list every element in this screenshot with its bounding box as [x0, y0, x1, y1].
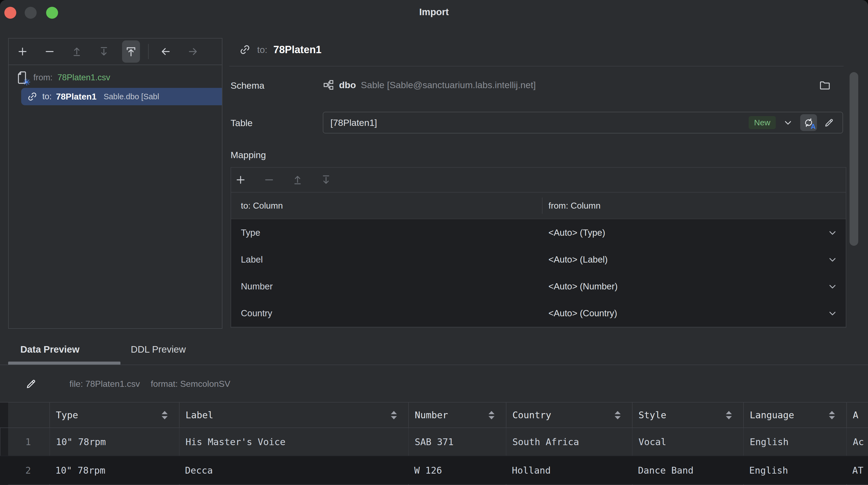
- file-name-text: file: 78Platen1.csv: [69, 379, 140, 389]
- pencil-icon[interactable]: [824, 117, 835, 128]
- mapping-row: Label <Auto> (Label): [231, 246, 846, 273]
- add-icon[interactable]: [16, 45, 29, 58]
- forward-icon[interactable]: [187, 45, 199, 58]
- file-info-bar: file: 78Platen1.csv format: SemcolonSV: [25, 377, 230, 390]
- mapping-toolbar: [231, 168, 846, 192]
- table-cell[interactable]: Vocal: [632, 428, 743, 456]
- mapping-header-from: from: Column: [542, 201, 600, 211]
- new-badge: New: [749, 116, 776, 129]
- mapping-from-select[interactable]: <Auto> (Number): [542, 281, 827, 292]
- tree-item-from-csv[interactable]: ✳ from: 78Platen1.csv: [9, 69, 222, 86]
- table-cell[interactable]: Decca: [179, 456, 408, 484]
- table-cell[interactable]: W 126: [408, 456, 506, 484]
- mapping-to-column[interactable]: Number: [231, 281, 542, 292]
- back-icon[interactable]: [159, 45, 172, 58]
- tree-item-to-table[interactable]: to: 78Platen1 Sable.dbo [Sabl: [21, 88, 222, 105]
- sort-icon[interactable]: [726, 411, 732, 419]
- table-cell[interactable]: 10" 78rpm: [50, 428, 179, 456]
- schema-value[interactable]: dbo Sable [Sable@sanctuarium.labs.intell…: [323, 79, 536, 91]
- csv-file-icon: ✳: [16, 70, 29, 85]
- table-name-value: [78Platen1]: [330, 117, 749, 128]
- tree-from-prefix: from:: [33, 73, 53, 83]
- table-cell[interactable]: Ac: [846, 428, 868, 456]
- table-cell[interactable]: English: [743, 456, 846, 484]
- move-up-icon[interactable]: [291, 174, 304, 186]
- tree-from-name: 78Platen1.csv: [58, 73, 111, 83]
- sort-icon[interactable]: [489, 411, 495, 419]
- table-cell[interactable]: His Master's Voice: [179, 428, 408, 456]
- tab-ddl-preview[interactable]: DDL Preview: [131, 344, 186, 355]
- mapping-panel: to: Column from: Column Type <Auto> (Typ…: [230, 167, 846, 328]
- sync-rename-icon[interactable]: A: [800, 114, 817, 131]
- mapping-row: Type <Auto> (Type): [231, 219, 846, 246]
- table-row: 1 10" 78rpm His Master's Voice SAB 371 S…: [0, 428, 868, 456]
- column-header[interactable]: Number: [408, 402, 506, 427]
- mapping-header: to: Column from: Column: [231, 192, 846, 219]
- column-header[interactable]: A: [846, 402, 868, 427]
- table-cell[interactable]: Holland: [506, 456, 632, 484]
- mapping-to-column[interactable]: Type: [231, 228, 542, 238]
- mapping-row: Number <Auto> (Number): [231, 273, 846, 300]
- sort-icon[interactable]: [162, 411, 167, 419]
- schema-label: Schema: [230, 80, 265, 91]
- column-header[interactable]: Type: [50, 402, 179, 427]
- schema-detail: Sable [Sable@sanctuarium.labs.intellij.n…: [361, 80, 536, 90]
- sort-icon[interactable]: [829, 411, 835, 419]
- upload-icon[interactable]: [122, 40, 140, 63]
- table-name-input[interactable]: [78Platen1] New A: [323, 112, 843, 133]
- tab-data-preview[interactable]: Data Preview: [20, 344, 80, 355]
- row-number[interactable]: 1: [0, 428, 50, 456]
- mapping-to-column[interactable]: Label: [231, 254, 542, 265]
- move-down-icon[interactable]: [98, 45, 110, 58]
- mapping-to-column[interactable]: Country: [231, 308, 542, 319]
- table-cell[interactable]: 10" 78rpm: [50, 456, 179, 484]
- mapping-label: Mapping: [230, 150, 266, 160]
- link-icon: [27, 91, 38, 102]
- column-header[interactable]: Style: [632, 402, 743, 427]
- row-number[interactable]: 2: [0, 456, 50, 484]
- chevron-down-icon[interactable]: [827, 308, 838, 319]
- mapping-row: Country <Auto> (Country): [231, 300, 846, 327]
- table-cell[interactable]: English: [743, 428, 846, 456]
- mapping-from-select[interactable]: <Auto> (Country): [542, 308, 827, 319]
- link-icon: [239, 43, 251, 56]
- add-icon[interactable]: [235, 174, 247, 186]
- mapping-from-select[interactable]: <Auto> (Type): [542, 228, 827, 238]
- sort-icon[interactable]: [615, 411, 621, 419]
- move-up-icon[interactable]: [70, 45, 83, 58]
- import-tree: ✳ from: 78Platen1.csv to: 78Platen1 Sabl…: [9, 65, 222, 105]
- tabs-separator: [0, 365, 868, 365]
- folder-icon[interactable]: [818, 79, 831, 92]
- chevron-down-icon[interactable]: [827, 228, 838, 238]
- column-header[interactable]: Language: [743, 402, 846, 427]
- mapping-rows: Type <Auto> (Type) Label <Auto> (Label) …: [231, 219, 846, 327]
- toolbar-separator: [148, 44, 149, 59]
- table-label: Table: [230, 118, 252, 128]
- target-header: to: 78Platen1: [239, 43, 321, 56]
- table-cell[interactable]: Dance Band: [632, 456, 743, 484]
- remove-icon[interactable]: [263, 174, 275, 186]
- move-down-icon[interactable]: [320, 174, 332, 186]
- window-title: Import: [0, 6, 868, 18]
- chevron-down-icon[interactable]: [827, 281, 838, 292]
- data-preview-table: Type Label Number Country Style Language…: [0, 402, 868, 485]
- new-asterisk-icon: ✳: [23, 78, 31, 87]
- schema-name: dbo: [339, 80, 356, 90]
- mapping-from-select[interactable]: <Auto> (Label): [542, 254, 827, 265]
- chevron-down-icon[interactable]: [783, 117, 793, 128]
- vertical-scrollbar[interactable]: [849, 72, 858, 246]
- sources-panel: ✳ from: 78Platen1.csv to: 78Platen1 Sabl…: [8, 38, 222, 329]
- target-name: 78Platen1: [273, 44, 321, 56]
- pencil-icon[interactable]: [25, 377, 37, 390]
- table-cell[interactable]: AT: [846, 456, 868, 484]
- sort-icon[interactable]: [391, 411, 397, 419]
- column-header[interactable]: Label: [179, 402, 408, 427]
- column-header[interactable]: Country: [506, 402, 632, 427]
- target-prefix: to:: [257, 44, 268, 55]
- table-cell[interactable]: SAB 371: [408, 428, 506, 456]
- remove-icon[interactable]: [43, 45, 56, 58]
- schema-icon: [323, 79, 334, 91]
- header-separator: [229, 66, 844, 66]
- chevron-down-icon[interactable]: [827, 254, 838, 265]
- table-cell[interactable]: South Africa: [506, 428, 632, 456]
